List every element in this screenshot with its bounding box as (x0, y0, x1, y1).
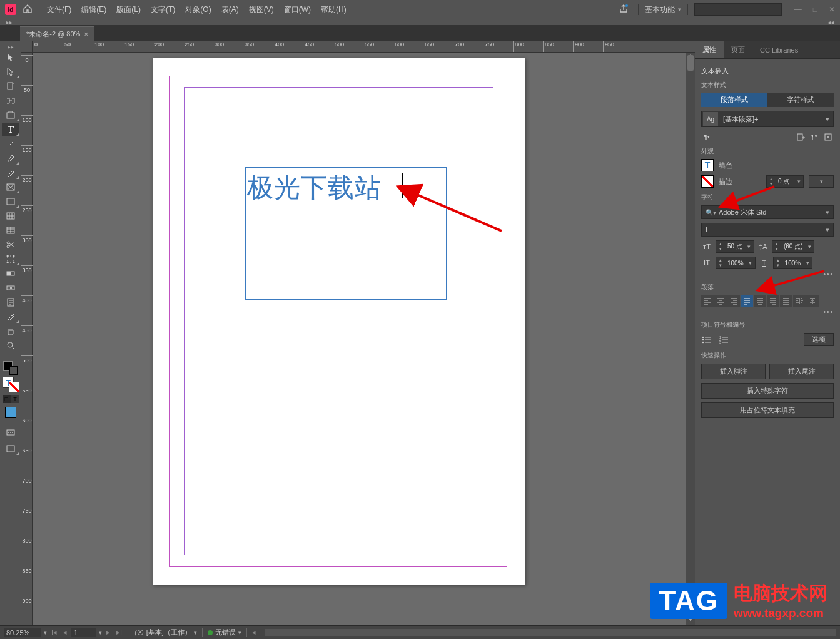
workspace-switcher[interactable]: 基本功能▾ (639, 4, 687, 15)
vscale-input[interactable]: ▴▾ 100% ▾ (716, 257, 756, 269)
page-tool[interactable] (2, 79, 19, 93)
numbered-list-icon[interactable]: 123 (719, 335, 730, 345)
justify-right[interactable] (767, 295, 779, 307)
align-away-spine[interactable] (806, 295, 819, 307)
chevron-down-icon[interactable]: ▾ (822, 115, 833, 123)
rectangle-tool[interactable] (2, 195, 19, 208)
fill-swatch[interactable]: T (701, 159, 714, 171)
preflight-status-icon[interactable] (208, 630, 213, 635)
text-frame[interactable]: 极光下载站 (245, 167, 447, 300)
pencil-tool[interactable] (2, 166, 19, 180)
menu-help[interactable]: 帮助(H) (316, 4, 352, 15)
fill-placeholder-button[interactable]: 用占位符文本填充 (701, 402, 834, 418)
format-container-icon[interactable]: □ (3, 395, 11, 403)
paragraph-style-tab[interactable]: 段落样式 (701, 93, 767, 107)
first-page-button[interactable]: I◂ (49, 628, 59, 636)
search-input[interactable] (694, 3, 782, 16)
paragraph-style-select[interactable]: Ag [基本段落]+ ▾ (701, 111, 834, 127)
apply-color-icon[interactable] (5, 407, 16, 418)
profile-label[interactable]: [基本]（工作） (146, 628, 191, 637)
more-paragraph-icon[interactable]: ••• (701, 309, 834, 315)
bulleted-list-icon[interactable] (701, 335, 712, 345)
pilcrow-icon[interactable]: ¶▾ (701, 132, 712, 142)
gradient-feather-tool[interactable] (2, 281, 19, 295)
minimize-button[interactable]: — (794, 5, 802, 14)
chevron-down-icon[interactable]: ▾ (826, 226, 829, 234)
share-icon[interactable] (619, 4, 629, 16)
stroke-color-swatch[interactable] (9, 366, 18, 375)
next-page-button[interactable]: ▸ (104, 628, 112, 636)
scissors-tool[interactable] (2, 238, 19, 252)
insert-special-char-button[interactable]: 插入特殊字符 (701, 383, 834, 399)
canvas[interactable]: 极光下载站 (33, 53, 695, 625)
justify-left[interactable] (741, 295, 753, 307)
menu-layout[interactable]: 版面(L) (111, 4, 146, 15)
note-tool[interactable] (2, 295, 19, 309)
menu-view[interactable]: 视图(V) (244, 4, 279, 15)
bullets-options-button[interactable]: 选项 (804, 333, 834, 346)
page-number-input[interactable]: 1 (71, 628, 96, 637)
pen-tool[interactable] (2, 151, 19, 165)
chevron-down-icon[interactable]: ▾ (826, 208, 829, 217)
more-character-icon[interactable]: ••• (701, 271, 834, 278)
document-tab[interactable]: *未命名-2 @ 80% × (20, 26, 94, 41)
tab-cc-libraries[interactable]: CC Libraries (752, 41, 806, 58)
free-transform-tool[interactable] (2, 252, 19, 266)
leading-input[interactable]: ▴▾ (60 点) ▾ (772, 240, 815, 253)
home-icon[interactable] (23, 4, 33, 16)
text-color-indicator[interactable]: T (3, 377, 19, 392)
format-text-icon[interactable]: T (11, 395, 19, 403)
stroke-weight-input[interactable]: ▴▾ 0 点 ▾ (766, 175, 804, 188)
tab-pages[interactable]: 页面 (724, 41, 752, 58)
collapse-toolbar-icon[interactable]: ▸▸ (8, 44, 14, 50)
text-content[interactable]: 极光下载站 (246, 168, 446, 208)
screen-mode-normal[interactable] (2, 426, 19, 440)
insert-footnote-button[interactable]: 插入脚注 (701, 364, 766, 379)
justify-center[interactable] (754, 295, 766, 307)
stroke-swatch[interactable] (701, 175, 714, 188)
direct-selection-tool[interactable] (2, 65, 19, 79)
menu-window[interactable]: 窗口(W) (279, 4, 316, 15)
grid-tool[interactable] (2, 209, 19, 223)
zoom-tool[interactable] (2, 339, 19, 352)
selection-tool[interactable] (2, 51, 19, 64)
scrollbar-horizontal[interactable] (265, 629, 836, 636)
justify-all[interactable] (780, 295, 792, 307)
expand-panel-icon[interactable]: ◂◂ (821, 19, 840, 26)
ruler-vertical[interactable]: 0501001502002503003504004505005506006507… (21, 53, 33, 625)
menu-edit[interactable]: 编辑(E) (76, 4, 111, 15)
scrollbar-vertical[interactable]: ▲ ▼ (686, 53, 695, 625)
align-center[interactable] (714, 295, 727, 307)
font-weight-select[interactable]: L ▾ (701, 223, 834, 237)
rectangle-frame-tool[interactable] (2, 180, 19, 194)
preflight-errors-label[interactable]: 无错误 (215, 628, 236, 637)
font-size-input[interactable]: ▴▾ 50 点 ▾ (716, 240, 754, 253)
expand-control-icon[interactable]: ▸▸ (0, 19, 19, 26)
ruler-horizontal[interactable]: 0501001502002503003504004505005506006507… (21, 41, 695, 53)
last-page-button[interactable]: ▸I (114, 628, 124, 636)
gap-tool[interactable] (2, 94, 19, 108)
hand-tool[interactable] (2, 324, 19, 338)
font-family-select[interactable]: 🔍▾ Adobe 宋体 Std ▾ (701, 205, 834, 219)
insert-endnote-button[interactable]: 插入尾注 (769, 364, 834, 379)
content-collector-tool[interactable] (2, 108, 19, 122)
gradient-swatch-tool[interactable] (2, 267, 19, 280)
prev-page-button[interactable]: ◂ (61, 628, 69, 636)
type-tool[interactable] (2, 123, 19, 136)
character-style-tab[interactable]: 字符样式 (767, 93, 834, 107)
menu-object[interactable]: 对象(O) (180, 4, 216, 15)
open-navigator-icon[interactable]: (⦿ (134, 629, 144, 636)
menu-type[interactable]: 文字(T) (146, 4, 180, 15)
table-tool[interactable] (2, 223, 19, 237)
line-tool[interactable] (2, 137, 19, 151)
clear-override-icon[interactable]: ¶* (809, 132, 820, 142)
align-towards-spine[interactable] (793, 295, 806, 307)
maximize-button[interactable]: □ (813, 5, 817, 14)
hscale-input[interactable]: ▴▾ 100% ▾ (773, 257, 813, 269)
new-style-icon[interactable] (795, 132, 806, 142)
redefine-style-icon[interactable] (822, 132, 834, 142)
menu-table[interactable]: 表(A) (216, 4, 244, 15)
scroll-thumb[interactable] (687, 55, 694, 71)
screen-mode-preview[interactable] (2, 442, 19, 456)
zoom-input[interactable]: 80.25% (4, 628, 41, 637)
